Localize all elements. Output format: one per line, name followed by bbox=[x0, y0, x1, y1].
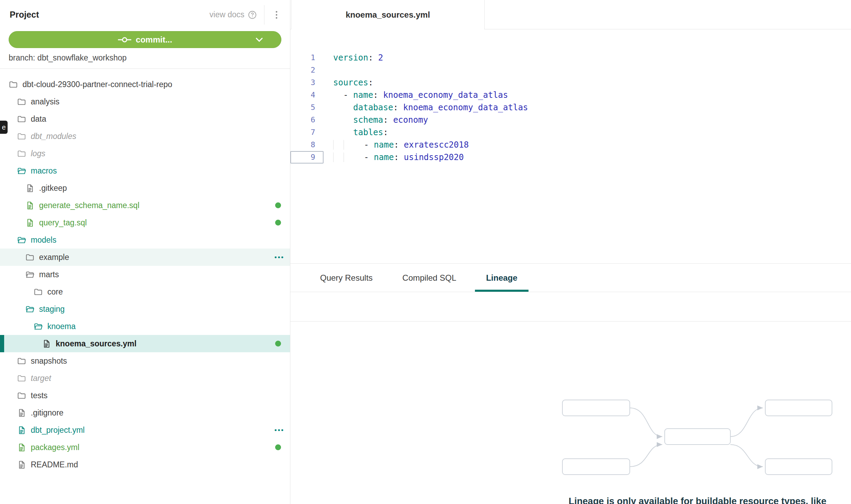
commit-button[interactable]: commit... bbox=[9, 31, 281, 48]
more-actions-icon[interactable]: ••• bbox=[274, 253, 284, 261]
tree-item-models[interactable]: models bbox=[0, 231, 290, 249]
tree-item-label: analysis bbox=[31, 97, 59, 106]
code-line-7[interactable]: 7 tables: bbox=[290, 126, 851, 139]
file-icon bbox=[42, 339, 51, 348]
tree-item-readme-md[interactable]: README.md bbox=[0, 456, 290, 473]
file-tree: dbt-cloud-29300-partner-connect-trial-re… bbox=[0, 69, 290, 473]
chevron-down-icon[interactable] bbox=[255, 37, 263, 42]
folder-icon bbox=[9, 80, 18, 89]
tree-item-label: example bbox=[39, 253, 69, 262]
tree-item-logs[interactable]: logs bbox=[0, 145, 290, 162]
more-actions-icon[interactable]: ••• bbox=[274, 426, 284, 434]
file-icon bbox=[25, 184, 35, 193]
tree-item-tests[interactable]: tests bbox=[0, 387, 290, 404]
tree-item--gitkeep[interactable]: .gitkeep bbox=[0, 179, 290, 197]
tree-item-label: dbt_modules bbox=[31, 132, 76, 141]
code-text: database: knoema_economy_data_atlas bbox=[324, 101, 528, 114]
folder-open-icon bbox=[17, 166, 26, 176]
tree-item-packages-yml[interactable]: packages.yml bbox=[0, 439, 290, 456]
tree-item-generate-schema-name-sql[interactable]: generate_schema_name.sql bbox=[0, 197, 290, 214]
code-editor[interactable]: 1version: 223sources:4 - name: knoema_ec… bbox=[290, 29, 851, 263]
modified-dot bbox=[275, 341, 281, 347]
tree-item-data[interactable]: data bbox=[0, 110, 290, 128]
file-icon bbox=[17, 443, 26, 452]
file-icon bbox=[17, 426, 26, 435]
tree-item-knoema[interactable]: knoema bbox=[0, 318, 290, 335]
code-text: version: 2 bbox=[324, 52, 383, 64]
tree-item-marts[interactable]: marts bbox=[0, 266, 290, 283]
code-line-8[interactable]: 8 - name: exratescc2018 bbox=[290, 139, 851, 151]
tree-item-label: generate_schema_name.sql bbox=[39, 201, 139, 210]
tree-item-snapshots[interactable]: snapshots bbox=[0, 352, 290, 370]
panel-tab-query-results[interactable]: Query Results bbox=[309, 264, 384, 292]
tree-item-core[interactable]: core bbox=[0, 283, 290, 300]
edge-panel-handle[interactable]: e bbox=[0, 121, 8, 134]
lineage-node bbox=[665, 429, 730, 445]
sidebar-header: Project view docs bbox=[0, 0, 290, 29]
lineage-panel[interactable]: Lineage is only available for buildable … bbox=[290, 321, 851, 504]
tree-item-dbt-modules[interactable]: dbt_modules bbox=[0, 128, 290, 145]
modified-dot bbox=[275, 220, 281, 226]
lineage-graph bbox=[560, 398, 836, 480]
folder-open-icon bbox=[34, 322, 43, 331]
code-line-3[interactable]: 3sources: bbox=[290, 76, 851, 89]
editor-tab-knoema-sources[interactable]: knoema_sources.yml bbox=[291, 0, 485, 29]
tree-item-example[interactable]: example••• bbox=[0, 249, 290, 266]
panel-tab-lineage[interactable]: Lineage bbox=[475, 264, 529, 292]
folder-icon bbox=[17, 391, 26, 400]
tree-item-label: README.md bbox=[31, 460, 78, 469]
tree-item-query-tag-sql[interactable]: query_tag.sql bbox=[0, 214, 290, 231]
lineage-node bbox=[765, 400, 832, 416]
line-number: 1 bbox=[290, 52, 324, 64]
file-icon bbox=[17, 408, 26, 418]
help-icon[interactable] bbox=[247, 10, 257, 20]
line-number: 4 bbox=[290, 89, 324, 101]
lineage-node bbox=[562, 459, 630, 475]
lineage-empty-message: Lineage is only available for buildable … bbox=[418, 496, 851, 504]
tree-item--gitignore[interactable]: .gitignore bbox=[0, 404, 290, 421]
modified-dot bbox=[275, 203, 281, 208]
tree-item-label: models bbox=[31, 235, 56, 245]
tree-item-knoema-sources-yml[interactable]: knoema_sources.yml bbox=[0, 335, 290, 352]
results-panel-tabs: Query ResultsCompiled SQLLineage bbox=[290, 263, 851, 292]
line-number: 7 bbox=[290, 126, 324, 139]
tree-item-label: target bbox=[31, 374, 51, 383]
branch-label: branch: dbt_snowflake_workshop bbox=[0, 48, 290, 69]
tree-item-label: tests bbox=[31, 391, 48, 400]
file-icon bbox=[25, 201, 35, 210]
kebab-menu-icon[interactable] bbox=[271, 10, 282, 20]
tree-item-label: .gitignore bbox=[31, 408, 64, 418]
tree-item-label: packages.yml bbox=[31, 443, 80, 452]
code-line-6[interactable]: 6 schema: economy bbox=[290, 114, 851, 126]
modified-dot bbox=[275, 445, 281, 450]
view-docs-link[interactable]: view docs bbox=[209, 10, 257, 20]
tree-item-label: snapshots bbox=[31, 356, 67, 366]
commit-area: commit... bbox=[0, 29, 290, 48]
panel-tab-compiled-sql[interactable]: Compiled SQL bbox=[391, 264, 467, 292]
tree-item-macros[interactable]: macros bbox=[0, 162, 290, 179]
lineage-node bbox=[765, 459, 832, 475]
tree-item-dbt-project-yml[interactable]: dbt_project.yml••• bbox=[0, 421, 290, 439]
code-text: schema: economy bbox=[324, 114, 428, 126]
line-number: 3 bbox=[290, 76, 324, 89]
code-text: - name: knoema_economy_data_atlas bbox=[324, 89, 508, 101]
code-line-9[interactable]: 9 - name: usindssp2020 bbox=[290, 151, 851, 164]
tree-item-dbt-cloud-29300-partner-connect-trial-repo[interactable]: dbt-cloud-29300-partner-connect-trial-re… bbox=[0, 76, 290, 93]
folder-icon bbox=[17, 97, 26, 106]
editor-tab-label: knoema_sources.yml bbox=[346, 10, 430, 20]
tree-item-target[interactable]: target bbox=[0, 370, 290, 387]
code-line-4[interactable]: 4 - name: knoema_economy_data_atlas bbox=[290, 89, 851, 101]
code-text: - name: usindssp2020 bbox=[324, 151, 464, 164]
line-number: 2 bbox=[290, 64, 324, 76]
line-number: 9 bbox=[290, 151, 324, 164]
code-line-1[interactable]: 1version: 2 bbox=[290, 52, 851, 64]
project-title: Project bbox=[10, 10, 39, 20]
view-docs-label: view docs bbox=[209, 10, 244, 19]
code-text: tables: bbox=[324, 126, 388, 139]
code-text bbox=[324, 64, 333, 76]
tree-item-staging[interactable]: staging bbox=[0, 300, 290, 318]
code-line-5[interactable]: 5 database: knoema_economy_data_atlas bbox=[290, 101, 851, 114]
tree-item-analysis[interactable]: analysis bbox=[0, 93, 290, 110]
tree-item-label: marts bbox=[39, 270, 59, 279]
code-line-2[interactable]: 2 bbox=[290, 64, 851, 76]
